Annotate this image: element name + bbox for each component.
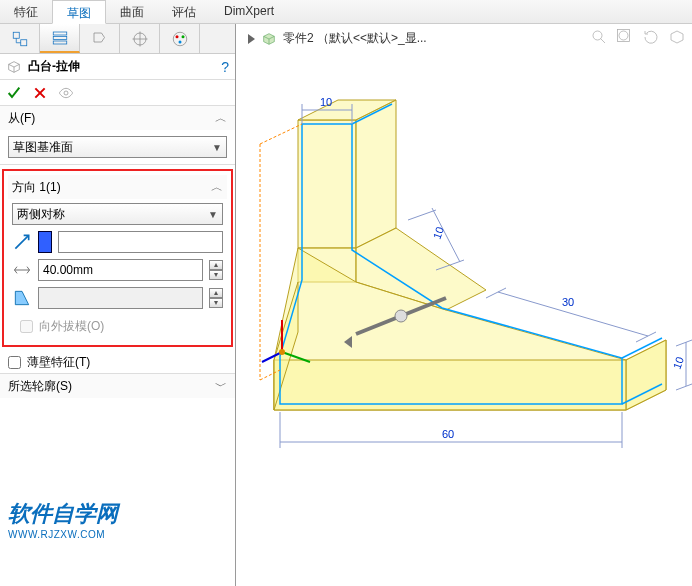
svg-rect-1: [20, 39, 26, 45]
dim-30[interactable]: 30: [562, 296, 574, 308]
end-condition-combo[interactable]: 两侧对称 ▼: [12, 203, 223, 225]
svg-line-40: [676, 340, 692, 346]
part-icon: [261, 31, 277, 47]
depth-value: 40.00mm: [43, 263, 93, 277]
feature-header: 凸台-拉伸 ?: [0, 54, 235, 80]
contours-header[interactable]: 所选轮廓(S) ﹀: [0, 374, 235, 398]
tab-sketch[interactable]: 草图: [52, 0, 106, 24]
dim-10-top[interactable]: 10: [320, 96, 332, 108]
fm-tab-config[interactable]: [80, 24, 120, 53]
from-combo[interactable]: 草图基准面 ▼: [8, 136, 227, 158]
svg-point-28: [279, 349, 285, 355]
breadcrumb[interactable]: 零件2 （默认<<默认>_显...: [248, 30, 427, 47]
property-manager-panel: 凸台-拉伸 ? 从(F) ︿ 草图基准面 ▼ 方向 1(1) ︿: [0, 24, 236, 586]
fm-tab-appearance[interactable]: [160, 24, 200, 53]
direction1-highlight: 方向 1(1) ︿ 两侧对称 ▼ 40.00mm ▴▾: [2, 169, 233, 347]
watermark: 软件自学网 WWW.RJZXW.COM: [8, 499, 118, 540]
draft-outward-checkbox: [20, 320, 33, 333]
extrude-icon: [6, 59, 22, 75]
watermark-title: 软件自学网: [8, 499, 118, 529]
tab-surfaces[interactable]: 曲面: [106, 0, 158, 23]
cancel-button[interactable]: [32, 85, 48, 101]
end-condition-value: 两侧对称: [17, 206, 65, 223]
rotate-view-icon[interactable]: [642, 28, 660, 46]
tab-evaluate[interactable]: 评估: [158, 0, 210, 23]
breadcrumb-label: 零件2 （默认<<默认>_显...: [283, 30, 427, 47]
svg-point-30: [395, 310, 407, 322]
svg-rect-0: [13, 32, 19, 38]
dropdown-arrow-icon: ▼: [212, 142, 222, 153]
tab-features[interactable]: 特征: [0, 0, 52, 23]
watermark-url: WWW.RJZXW.COM: [8, 529, 118, 540]
svg-point-17: [619, 31, 628, 40]
depth-spinner[interactable]: ▴▾: [209, 260, 223, 280]
draft-spinner[interactable]: ▴▾: [209, 288, 223, 308]
help-icon[interactable]: ?: [221, 59, 229, 75]
dim-60[interactable]: 60: [442, 428, 454, 440]
chevron-up-icon: ︿: [215, 110, 227, 127]
fm-tab-tree[interactable]: [0, 24, 40, 53]
contours-label: 所选轮廓(S): [8, 378, 215, 395]
from-value: 草图基准面: [13, 139, 73, 156]
fm-tab-dim[interactable]: [120, 24, 160, 53]
display-style-icon[interactable]: [668, 28, 686, 46]
svg-line-34: [408, 210, 436, 220]
from-label: 从(F): [8, 110, 215, 127]
depth-input[interactable]: 40.00mm: [38, 259, 203, 281]
svg-point-12: [181, 35, 184, 38]
svg-line-16: [601, 39, 606, 44]
draft-icon[interactable]: [12, 288, 32, 308]
draft-outward-label: 向外拔模(O): [39, 318, 104, 335]
model-scene: 10 10 30 10 60: [236, 50, 692, 582]
dropdown-arrow-icon: ▼: [208, 209, 218, 220]
draft-input[interactable]: [38, 287, 203, 309]
depth-icon: [12, 260, 32, 280]
feature-title: 凸台-拉伸: [28, 58, 221, 75]
preview-eye-icon[interactable]: [58, 85, 74, 101]
dim-10-right[interactable]: 10: [671, 355, 686, 371]
svg-rect-6: [53, 41, 67, 44]
thin-feature-label: 薄壁特征(T): [27, 354, 90, 371]
svg-rect-4: [53, 32, 67, 35]
from-header[interactable]: 从(F) ︿: [0, 106, 235, 130]
chevron-up-icon: ︿: [211, 179, 223, 196]
svg-rect-5: [53, 36, 67, 39]
svg-point-11: [175, 35, 178, 38]
svg-line-41: [676, 384, 692, 390]
feature-manager-tabs[interactable]: [0, 24, 235, 54]
dim-10-mid[interactable]: 10: [431, 225, 446, 241]
ok-button[interactable]: [6, 85, 22, 101]
direction-reference-input[interactable]: [58, 231, 223, 253]
dir1-header[interactable]: 方向 1(1) ︿: [8, 175, 227, 199]
thin-feature-check[interactable]: 薄壁特征(T): [0, 351, 235, 373]
from-section: 从(F) ︿ 草图基准面 ▼: [0, 106, 235, 165]
confirm-bar: [0, 80, 235, 106]
ribbon-tabs[interactable]: 特征 草图 曲面 评估 DimXpert: [0, 0, 692, 24]
fm-tab-property[interactable]: [40, 24, 80, 53]
zoom-window-icon[interactable]: [590, 28, 608, 46]
reverse-direction-icon[interactable]: [12, 232, 32, 252]
chevron-down-icon: ﹀: [215, 378, 227, 395]
zoom-fit-icon[interactable]: [616, 28, 634, 46]
svg-line-22: [260, 124, 302, 144]
svg-point-10: [173, 32, 187, 46]
graphics-viewport[interactable]: 零件2 （默认<<默认>_显...: [236, 24, 692, 586]
dir1-label: 方向 1(1): [12, 179, 211, 196]
svg-point-14: [64, 91, 68, 95]
svg-point-13: [178, 40, 181, 43]
thin-feature-checkbox[interactable]: [8, 356, 21, 369]
breadcrumb-arrow-icon: [248, 34, 255, 44]
tab-dimxpert[interactable]: DimXpert: [210, 0, 288, 23]
viewport-toolbar[interactable]: [590, 28, 686, 46]
draft-outward-check[interactable]: 向外拔模(O): [12, 315, 223, 337]
